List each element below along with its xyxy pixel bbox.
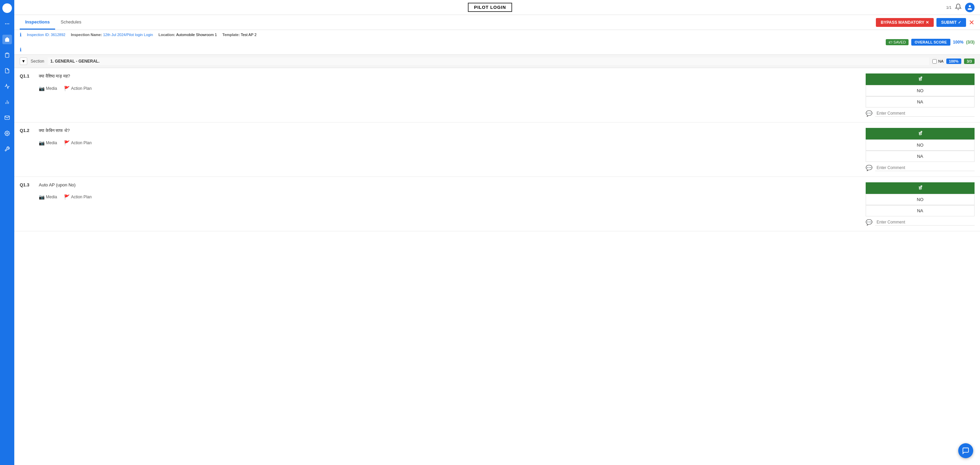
camera-icon: 📷 — [39, 194, 45, 200]
na-label: NA — [938, 59, 943, 63]
sidebar-icon-mail[interactable] — [2, 113, 12, 122]
section-title-label: Section — [30, 59, 44, 63]
question-answers: हाँ NO NA — [865, 73, 975, 108]
answer-yes[interactable]: हाँ — [865, 128, 975, 140]
sidebar-icon-announce[interactable] — [2, 82, 12, 91]
question-row: Q1.2 क्या केबिन साफ थे? 📷 Media 🚩 Action… — [14, 122, 980, 177]
question-media-actions: 📷 Media 🚩 Action Plan — [39, 140, 860, 146]
tabs: Inspections Schedules — [20, 15, 87, 30]
flag-icon: 🚩 — [64, 86, 70, 91]
answer-no[interactable]: NO — [865, 194, 975, 205]
svg-point-0 — [5, 24, 6, 24]
sidebar-icon-gear[interactable] — [2, 129, 12, 138]
template-value: Test AP 2 — [240, 33, 256, 37]
comment-row: 💬 — [865, 110, 975, 117]
question-answers: हाँ NO NA — [865, 128, 975, 162]
comment-input[interactable] — [875, 219, 975, 225]
score-fraction: (3/3) — [966, 40, 975, 44]
sidebar-icon-dots[interactable] — [2, 19, 12, 29]
na-checkbox-input[interactable] — [932, 59, 937, 63]
inspection-details-row: ℹ Inspection ID: 3612892 Inspection Name… — [20, 32, 975, 37]
tab-inspections[interactable]: Inspections — [20, 15, 55, 30]
question-answers: हाँ NO NA — [865, 183, 975, 216]
question-number: Q1.1 — [20, 73, 33, 117]
action-plan-label: Action Plan — [71, 140, 92, 145]
section-score: 3/3 — [964, 59, 975, 64]
action-plan-button[interactable]: 🚩 Action Plan — [64, 140, 92, 146]
comment-input[interactable] — [875, 165, 975, 171]
section-collapse-button[interactable]: ▼ — [20, 57, 27, 65]
second-info-row: ℹ — [20, 47, 975, 52]
media-button[interactable]: 📷 Media — [39, 86, 57, 91]
media-label: Media — [46, 86, 57, 91]
answer-no[interactable]: NO — [865, 85, 975, 96]
question-media-actions: 📷 Media 🚩 Action Plan — [39, 86, 860, 91]
close-button[interactable]: ✕ — [969, 19, 975, 26]
section-header: ▼ Section NA 100% 3/3 — [14, 55, 980, 68]
notification-button[interactable] — [955, 3, 962, 11]
sidebar-icon-tools[interactable] — [2, 144, 12, 154]
comment-icon: 💬 — [865, 165, 872, 171]
sidebar-icon-clipboard[interactable] — [2, 50, 12, 60]
score-percentage: 100% — [953, 40, 964, 44]
media-button[interactable]: 📷 Media — [39, 194, 57, 200]
comment-icon: 💬 — [865, 110, 872, 117]
action-plan-label: Action Plan — [71, 86, 92, 91]
question-row: Q1.1 क्या वैशिष्ठ माड़ मह? 📷 Media 🚩 Act… — [14, 68, 980, 122]
media-button[interactable]: 📷 Media — [39, 140, 57, 146]
question-answer-section: हाँ NO NA 💬 — [865, 128, 975, 171]
media-label: Media — [46, 195, 57, 199]
answer-yes[interactable]: हाँ — [865, 183, 975, 194]
tab-actions: BYPASS MANDATORY ✕ SUBMIT ✓ ✕ — [876, 18, 975, 27]
comment-input[interactable] — [875, 110, 975, 117]
action-plan-button[interactable]: 🚩 Action Plan — [64, 194, 92, 200]
inspection-location-section: Location: Automobile Showroom 1 — [159, 33, 217, 37]
answer-na[interactable]: NA — [865, 96, 975, 108]
svg-point-8 — [969, 5, 971, 7]
answer-na[interactable]: NA — [865, 151, 975, 162]
header-center: PILOT LOGIN — [468, 3, 512, 12]
tab-bar: Inspections Schedules BYPASS MANDATORY ✕… — [14, 15, 980, 30]
action-plan-button[interactable]: 🚩 Action Plan — [64, 86, 92, 91]
svg-rect-3 — [6, 53, 8, 54]
user-avatar[interactable] — [965, 3, 975, 12]
na-checkbox[interactable]: NA — [932, 59, 943, 63]
inspection-id-label: Inspection ID: 3612892 — [27, 33, 65, 37]
question-media-actions: 📷 Media 🚩 Action Plan — [39, 194, 860, 200]
bypass-mandatory-button[interactable]: BYPASS MANDATORY ✕ — [876, 18, 933, 27]
svg-point-2 — [8, 24, 9, 24]
comment-icon: 💬 — [865, 219, 872, 225]
comment-row: 💬 — [865, 219, 975, 225]
camera-icon: 📷 — [39, 140, 45, 146]
question-content: क्या वैशिष्ठ माड़ मह? 📷 Media 🚩 Action P… — [39, 73, 860, 117]
sidebar-icon-home[interactable] — [2, 35, 12, 44]
question-answer-section: हाँ NO NA 💬 — [865, 183, 975, 225]
tab-schedules[interactable]: Schedules — [55, 15, 87, 30]
sidebar-icon-doc[interactable] — [2, 66, 12, 76]
header-right: 1/1 — [946, 3, 975, 12]
app-logo[interactable] — [2, 3, 12, 13]
camera-icon: 📷 — [39, 86, 45, 91]
question-text: क्या केबिन साफ थे? — [39, 128, 860, 133]
questions-area: Q1.1 क्या वैशिष्ठ माड़ मह? 📷 Media 🚩 Act… — [14, 68, 980, 465]
answer-no[interactable]: NO — [865, 140, 975, 151]
answer-na[interactable]: NA — [865, 205, 975, 216]
comment-row: 💬 — [865, 165, 975, 171]
answer-yes[interactable]: हाँ — [865, 73, 975, 85]
saved-badge: 🏷SAVED — [886, 39, 908, 45]
inspection-name-value: 12th Jul 2024/Pilot login Login — [103, 33, 153, 37]
pilot-login-button[interactable]: PILOT LOGIN — [468, 3, 512, 12]
overall-score-button[interactable]: OVERALL SCORE — [911, 39, 950, 46]
svg-point-7 — [6, 133, 8, 134]
sidebar-icon-chart[interactable] — [2, 97, 12, 107]
info-icon-2: ℹ — [20, 47, 21, 52]
submit-button[interactable]: SUBMIT ✓ — [937, 18, 966, 27]
chat-bubble[interactable] — [958, 443, 973, 458]
media-label: Media — [46, 140, 57, 145]
sidebar — [0, 0, 14, 465]
question-number: Q1.3 — [20, 183, 33, 225]
question-number: Q1.2 — [20, 128, 33, 171]
score-bar: 🏷SAVED OVERALL SCORE 100% (3/3) — [20, 39, 975, 46]
section-name-input[interactable] — [48, 57, 929, 65]
info-icon: ℹ — [20, 32, 21, 37]
